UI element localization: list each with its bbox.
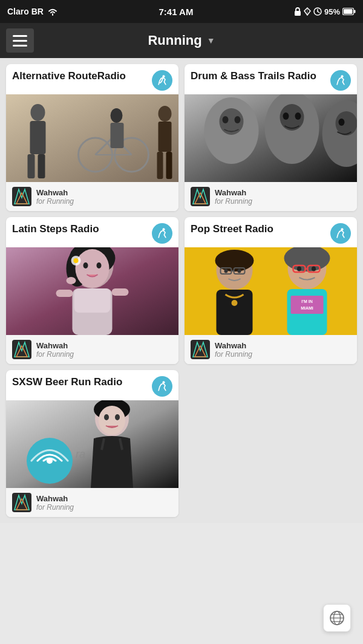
chevron-down-icon[interactable]: ▼ — [207, 36, 215, 45]
running-badge-icon — [152, 376, 172, 397]
svg-marker-24 — [15, 189, 29, 204]
card-footer: Wahwah for Running — [6, 182, 178, 211]
wahwah-logo — [12, 340, 31, 359]
app-header: Running ▼ — [0, 23, 363, 58]
svg-point-31 — [235, 116, 241, 123]
svg-rect-19 — [111, 123, 124, 148]
status-time: 7:41 AM — [159, 7, 193, 17]
svg-marker-56 — [15, 342, 29, 357]
svg-point-46 — [76, 249, 110, 288]
card-drum-bass[interactable]: Drum & Bass Trails Radio — [185, 64, 357, 211]
lock-icon — [294, 7, 301, 16]
footer-text: Wahwah for Running — [36, 188, 74, 206]
wahwah-logo — [191, 340, 210, 359]
header-title-group: Running ▼ — [148, 33, 215, 48]
content-grid: Alternative RouteRadio — [0, 58, 363, 523]
card-image-alt-route — [6, 94, 178, 182]
wahwah-sub: for Running — [36, 197, 74, 206]
location-icon — [304, 7, 311, 16]
wahwah-name: Wahwah — [215, 188, 252, 197]
running-badge-icon — [330, 70, 351, 91]
svg-text:MIAMI: MIAMI — [301, 306, 313, 310]
svg-point-75 — [312, 267, 316, 272]
svg-point-74 — [297, 267, 301, 272]
battery-icon — [342, 8, 356, 15]
card-latin-steps[interactable]: Latin Steps Radio — [6, 217, 178, 364]
svg-rect-5 — [344, 9, 353, 14]
clock-icon — [313, 7, 322, 16]
svg-point-38 — [339, 119, 345, 126]
svg-marker-94 — [15, 495, 29, 510]
card-alt-route[interactable]: Alternative RouteRadio — [6, 64, 178, 211]
card-header: Pop Street Radio — [185, 217, 357, 247]
svg-point-47 — [83, 262, 88, 268]
card-image-pop-street: I'M IN MIAMI — [185, 247, 357, 335]
svg-rect-54 — [112, 288, 129, 296]
wahwah-logo — [12, 187, 31, 206]
wahwah-logo — [191, 187, 210, 206]
wifi-icon — [47, 7, 58, 16]
svg-rect-59 — [185, 247, 357, 335]
svg-rect-52 — [74, 288, 111, 313]
card-image-drum-bass — [185, 94, 357, 182]
svg-point-48 — [97, 262, 102, 268]
menu-button[interactable] — [6, 28, 34, 53]
card-title: Latin Steps Radio — [12, 223, 152, 235]
card-pop-street[interactable]: Pop Street Radio — [185, 217, 357, 364]
footer-text: Wahwah for Running — [215, 341, 252, 359]
globe-button[interactable] — [323, 604, 351, 632]
svg-rect-23 — [166, 152, 172, 179]
svg-point-20 — [159, 106, 172, 122]
header-title-text: Running — [148, 33, 201, 48]
card-title: SXSW Beer Run Radio — [12, 376, 152, 388]
card-footer: Wahwah for Running — [6, 488, 178, 517]
running-badge-icon — [330, 223, 351, 244]
svg-marker-80 — [193, 342, 208, 357]
svg-point-65 — [224, 269, 228, 273]
svg-rect-77 — [291, 296, 324, 314]
svg-rect-6 — [354, 10, 356, 13]
svg-text:ra: ra — [76, 448, 85, 460]
svg-point-50 — [74, 258, 79, 263]
svg-point-35 — [295, 112, 301, 120]
card-header: Latin Steps Radio — [6, 217, 178, 247]
svg-point-86 — [99, 406, 125, 435]
svg-point-9 — [31, 104, 45, 121]
svg-rect-67 — [217, 290, 253, 335]
card-title: Pop Street Radio — [191, 223, 330, 235]
wahwah-name: Wahwah — [215, 341, 252, 350]
status-bar: Claro BR 7:41 AM 95% — [0, 0, 363, 23]
svg-rect-53 — [56, 290, 73, 297]
card-footer: Wahwah for Running — [185, 335, 357, 364]
footer-text: Wahwah for Running — [36, 341, 74, 359]
wahwah-sub: for Running — [215, 350, 252, 359]
card-header: SXSW Beer Run Radio — [6, 370, 178, 400]
status-left: Claro BR — [7, 7, 58, 16]
svg-point-34 — [283, 112, 289, 120]
svg-point-30 — [223, 116, 229, 123]
card-image-sxsw: ra — [6, 400, 178, 488]
carrier-text: Claro BR — [7, 7, 44, 16]
svg-point-55 — [67, 277, 76, 284]
svg-point-88 — [115, 414, 120, 420]
globe-icon — [329, 610, 345, 626]
svg-rect-0 — [295, 11, 301, 16]
battery-text: 95% — [324, 7, 340, 16]
svg-rect-22 — [157, 152, 163, 179]
svg-point-66 — [238, 269, 241, 273]
card-title: Drum & Bass Trails Radio — [191, 70, 330, 82]
card-header: Drum & Bass Trails Radio — [185, 64, 357, 94]
svg-rect-11 — [28, 154, 35, 178]
svg-marker-39 — [193, 189, 208, 204]
card-sxsw[interactable]: SXSW Beer Run Radio — [6, 370, 178, 517]
svg-point-92 — [47, 458, 53, 464]
footer-text: Wahwah for Running — [36, 494, 74, 512]
card-footer: Wahwah for Running — [185, 182, 357, 211]
svg-rect-10 — [30, 121, 46, 154]
status-right: 95% — [294, 7, 356, 16]
card-footer: Wahwah for Running — [6, 335, 178, 364]
wahwah-sub: for Running — [36, 503, 74, 512]
running-badge-icon — [152, 70, 172, 91]
wahwah-name: Wahwah — [36, 188, 74, 197]
svg-text:I'M IN: I'M IN — [301, 299, 312, 304]
